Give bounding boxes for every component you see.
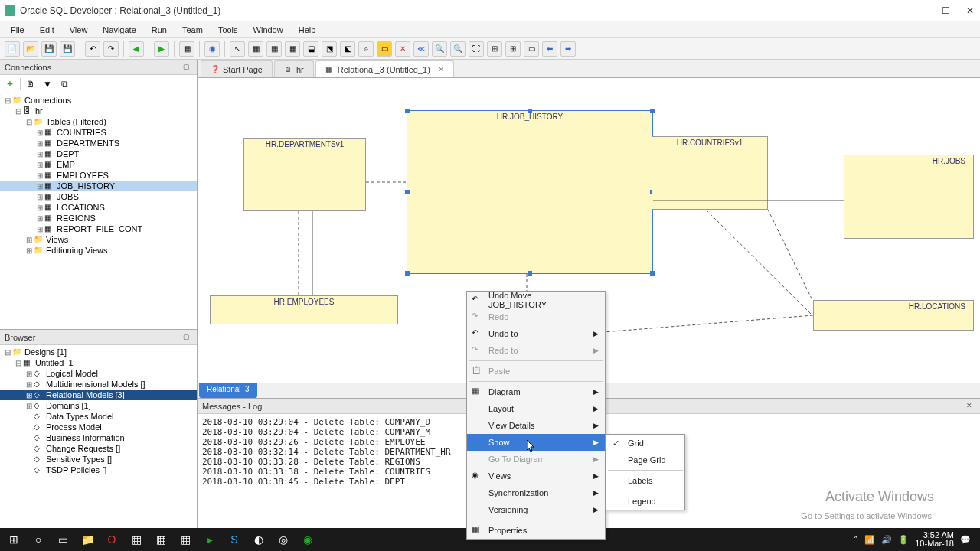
browser-tree[interactable]: ⊟📁Designs [1] ⊟▦Untitled_1 ⊞◇Logical Mod… (0, 345, 197, 528)
tree-table-row[interactable]: ⊞▦JOBS (0, 191, 197, 202)
maximize-icon[interactable]: ▢ (183, 333, 192, 342)
menu-run[interactable]: Run (145, 24, 173, 36)
ctx-synchronization[interactable]: Synchronization▶ (467, 484, 605, 501)
system-tray[interactable]: ˄ 📶 🔊 🔋 3:52 AM 10-Mar-18 💬 (854, 531, 977, 548)
app-icon[interactable]: ◐ (248, 529, 270, 550)
browser-item[interactable]: ◇Change Requests [] (0, 443, 197, 454)
tree-table-row-selected[interactable]: ⊞▦JOB_HISTORY (0, 181, 197, 191)
add-icon[interactable]: ＋ (3, 77, 17, 91)
tab-relational[interactable]: ▦Relational_3 (Untitled_1)✕ (315, 60, 454, 77)
tree-editioning[interactable]: ⊞📁Editioning Views (0, 245, 197, 256)
connections-tree[interactable]: ⊟📁Connections ⊟🗄hr ⊟📁Tables (Filtered) ⊞… (0, 93, 197, 329)
ctx-view-details[interactable]: View Details▶ (467, 417, 605, 434)
sqldev-icon[interactable]: ▸ (199, 529, 220, 550)
start-icon[interactable]: ⊞ (3, 529, 24, 550)
ctx-views[interactable]: ◉Views▶ (467, 468, 605, 484)
note-icon[interactable]: ▭ (377, 41, 392, 57)
tree-tables[interactable]: ⊟📁Tables (Filtered) (0, 116, 197, 127)
entity-countries[interactable]: HR.COUNTRIESv1 (652, 136, 768, 210)
tree-table-row[interactable]: ⊞▦DEPARTMENTS (0, 138, 197, 148)
join-icon[interactable]: ⬔ (322, 41, 337, 57)
browser-untitled[interactable]: ⊟▦Untitled_1 (0, 357, 197, 368)
sql-icon[interactable]: ▦ (179, 41, 194, 57)
ctx-properties[interactable]: ▦Properties (467, 522, 605, 539)
tab-start[interactable]: ❓Start Page (201, 60, 273, 77)
app-icon[interactable]: ▦ (175, 529, 196, 550)
ctx-undo-move[interactable]: ↶Undo Move JOB_HISTORY (467, 292, 605, 308)
delete-icon[interactable]: ✕ (395, 41, 410, 57)
opera-icon[interactable]: O (101, 529, 122, 550)
tree-table-row[interactable]: ⊞▦LOCATIONS (0, 202, 197, 213)
pointer-icon[interactable]: ↖ (230, 41, 245, 57)
menu-tools[interactable]: Tools (212, 24, 244, 36)
browser-item[interactable]: ◇TSDP Policies [] (0, 465, 197, 475)
tree-table-row[interactable]: ⊞▦DEPT (0, 148, 197, 159)
browser-item[interactable]: ◇Business Information (0, 432, 197, 443)
menu-edit[interactable]: Edit (34, 24, 60, 36)
tab-hr[interactable]: 🗎hr (274, 60, 314, 77)
close-icon[interactable]: ✕ (966, 402, 975, 411)
submenu-grid[interactable]: ✓Grid (606, 435, 684, 452)
canvas-tab[interactable]: Relational_3 (199, 383, 257, 398)
copy-icon[interactable]: ⧉ (57, 77, 71, 91)
zoom-out-icon[interactable]: 🔍 (450, 41, 466, 57)
forward-icon[interactable]: ▶ (154, 41, 169, 57)
tray-battery-icon[interactable]: 🔋 (898, 535, 909, 545)
ctx-layout[interactable]: Layout▶ (467, 400, 605, 417)
refresh-icon[interactable]: ≪ (413, 41, 429, 57)
close-icon[interactable]: ▢ (183, 63, 192, 72)
tray-volume-icon[interactable]: 🔊 (881, 535, 892, 545)
page-icon[interactable]: ▭ (524, 41, 539, 57)
filter-icon[interactable]: ▼ (41, 77, 54, 91)
browser-item[interactable]: ◇Sensitive Types [] (0, 454, 197, 465)
link-icon[interactable]: ⟐ (358, 41, 374, 57)
menu-help[interactable]: Help (292, 24, 322, 36)
redo-icon[interactable]: ↷ (103, 41, 119, 57)
app-icon[interactable]: ▦ (150, 529, 172, 550)
zoom-in-icon[interactable]: 🔍 (432, 41, 447, 57)
chrome-icon[interactable]: ◎ (273, 529, 294, 550)
tree-root[interactable]: ⊟📁Connections (0, 95, 197, 106)
save-icon[interactable]: 💾 (41, 41, 57, 57)
tree-db[interactable]: ⊟🗄hr (0, 106, 197, 116)
cortana-icon[interactable]: ○ (28, 529, 49, 550)
worksheet-icon[interactable]: 🗎 (24, 77, 38, 91)
nav-fwd-icon[interactable]: ➡ (560, 41, 576, 57)
entity-employees[interactable]: HR.EMPLOYEES (210, 295, 398, 324)
browser-item[interactable]: ◇Data Types Model (0, 411, 197, 422)
browser-item[interactable]: ⊞◇Multidimensional Models [] (0, 379, 197, 390)
taskview-icon[interactable]: ▭ (52, 529, 74, 550)
browser-designs[interactable]: ⊟📁Designs [1] (0, 347, 197, 357)
db-icon[interactable]: ◉ (204, 41, 220, 57)
new-icon[interactable]: 📄 (5, 41, 20, 57)
context-menu[interactable]: ↶Undo Move JOB_HISTORY ↷Redo ↶Undo to▶ ↷… (466, 291, 606, 540)
tree-table-row[interactable]: ⊞▦REPORT_FILE_CONT (0, 223, 197, 234)
notification-icon[interactable]: 💬 (960, 535, 971, 545)
merge-icon[interactable]: ⬕ (340, 41, 355, 57)
tray-chevron-up-icon[interactable]: ˄ (854, 535, 858, 545)
app-icon[interactable]: ◉ (297, 529, 318, 550)
tree-table-row[interactable]: ⊞▦EMPLOYEES (0, 170, 197, 181)
maximize-button[interactable]: ☐ (940, 5, 951, 16)
skype-icon[interactable]: S (224, 529, 245, 550)
grid2-icon[interactable]: ⊞ (505, 41, 521, 57)
close-icon[interactable]: ✕ (438, 65, 444, 73)
menu-window[interactable]: Window (247, 24, 289, 36)
menu-file[interactable]: File (5, 24, 31, 36)
browser-item[interactable]: ◇Process Model (0, 422, 197, 432)
tree-table-row[interactable]: ⊞▦REGIONS (0, 213, 197, 223)
menu-view[interactable]: View (64, 24, 94, 36)
browser-item[interactable]: ⊞◇Logical Model (0, 368, 197, 379)
split-icon[interactable]: ⬓ (303, 41, 318, 57)
explorer-icon[interactable]: 📁 (77, 529, 98, 550)
ctx-undo-to[interactable]: ↶Undo to▶ (467, 325, 605, 342)
tree-views[interactable]: ⊞📁Views (0, 234, 197, 245)
show-submenu[interactable]: ✓Grid Page Grid Labels Legend (606, 434, 685, 510)
submenu-labels[interactable]: Labels (606, 472, 684, 489)
browser-item[interactable]: ⊞◇Domains [1] (0, 400, 197, 411)
view-icon[interactable]: ▦ (285, 41, 300, 57)
minimize-button[interactable]: — (916, 5, 926, 16)
save-all-icon[interactable]: 💾 (60, 41, 75, 57)
tray-wifi-icon[interactable]: 📶 (864, 535, 875, 545)
tree-table-row[interactable]: ⊞▦COUNTRIES (0, 127, 197, 138)
